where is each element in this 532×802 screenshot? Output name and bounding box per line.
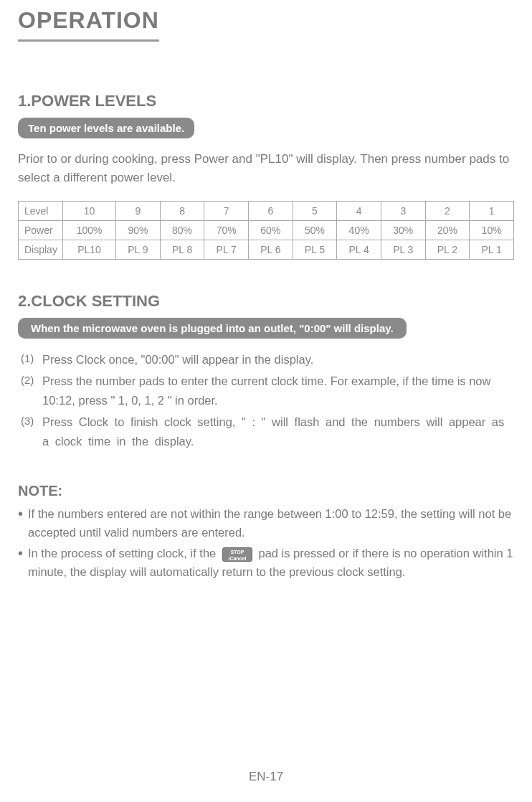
list-item: (1) Press Clock once, "00:00" will appea…: [21, 350, 514, 369]
bullet-icon: •: [18, 544, 28, 581]
pill-clock-setting: When the microwave oven is plugged into …: [18, 318, 407, 339]
clock-steps-list: (1) Press Clock once, "00:00" will appea…: [18, 350, 514, 450]
power-levels-table: Level 10 9 8 7 6 5 4 3 2 1 Power 100% 90…: [18, 201, 514, 260]
bullet-icon: •: [18, 505, 28, 542]
note-title: NOTE:: [18, 483, 514, 499]
note-item: • If the numbers entered are not within …: [18, 505, 514, 542]
list-item: (2) Press the number pads to enter the c…: [21, 372, 514, 410]
note-item: • In the process of setting clock, if th…: [18, 544, 514, 581]
page-number: EN-17: [0, 770, 532, 784]
section-title-1: 1.POWER LEVELS: [18, 92, 514, 110]
stop-cancel-button-icon: STOP/Cancel: [222, 547, 252, 562]
section-power-levels: 1.POWER LEVELS Ten power levels are avai…: [18, 92, 514, 260]
note-section: NOTE: • If the numbers entered are not w…: [18, 483, 514, 581]
main-title: OPERATION: [18, 7, 159, 42]
list-item: (3) Press Clock to finish clock setting,…: [21, 412, 514, 450]
table-row: Display PL10 PL 9 PL 8 PL 7 PL 6 PL 5 PL…: [19, 240, 514, 260]
row-header: Level: [19, 202, 63, 221]
power-levels-intro: Prior to or during cooking, press Power …: [18, 150, 514, 187]
table-row: Power 100% 90% 80% 70% 60% 50% 40% 30% 2…: [19, 221, 514, 240]
section-clock-setting: 2.CLOCK SETTING When the microwave oven …: [18, 292, 514, 450]
row-header: Display: [19, 240, 63, 260]
section-title-2: 2.CLOCK SETTING: [18, 292, 514, 311]
table-row: Level 10 9 8 7 6 5 4 3 2 1: [19, 202, 514, 221]
pill-power-levels: Ten power levels are available.: [18, 118, 194, 138]
row-header: Power: [19, 221, 63, 240]
